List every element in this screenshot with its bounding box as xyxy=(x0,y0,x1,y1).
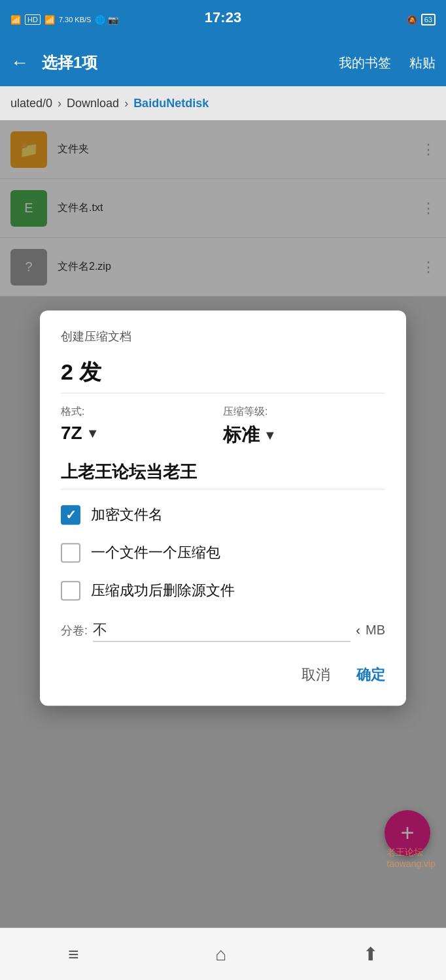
format-select[interactable]: 7Z ▼ xyxy=(61,423,223,444)
battery-icon: 63 xyxy=(421,14,436,25)
encrypt-filename-label: 加密文件名 xyxy=(91,505,163,525)
breadcrumb-download[interactable]: Download xyxy=(67,97,119,110)
delete-after-label: 压缩成功后删除源文件 xyxy=(91,581,235,600)
format-col: 格式: 7Z ▼ xyxy=(61,405,223,444)
hd-badge: HD xyxy=(25,14,41,25)
split-arrow-icon[interactable]: ‹ xyxy=(356,623,360,638)
mute-icon: 🔕 xyxy=(407,15,417,25)
speed-text: 7.30 KB/S xyxy=(59,16,92,24)
encrypt-filename-checkbox[interactable]: ✓ xyxy=(61,505,80,525)
breadcrumb-bar: ulated/0 › Download › BaiduNetdisk xyxy=(0,86,446,120)
compression-select[interactable]: 标准 ▼ xyxy=(223,423,385,448)
watermark: 老王论坛 taowang.vip xyxy=(386,847,436,869)
encrypt-filename-row[interactable]: ✓ 加密文件名 xyxy=(61,505,385,525)
compression-value: 标准 xyxy=(223,423,260,448)
wifi-icon: 📶 xyxy=(44,15,55,25)
split-row: 分卷: ‹ MB xyxy=(61,619,385,642)
one-file-per-archive-checkbox[interactable] xyxy=(61,543,80,563)
signal-icon: 📶 xyxy=(10,15,21,25)
breadcrumb-current[interactable]: BaiduNetdisk xyxy=(133,97,209,110)
delete-after-checkbox[interactable] xyxy=(61,581,80,600)
delete-after-row[interactable]: 压缩成功后删除源文件 xyxy=(61,581,385,600)
checkmark-icon: ✓ xyxy=(65,507,77,523)
compression-label: 压缩等级: xyxy=(223,405,385,419)
format-label: 格式: xyxy=(61,405,223,419)
dialog-filename[interactable]: 2 发 xyxy=(61,357,385,387)
breadcrumb-part1[interactable]: ulated/0 xyxy=(10,97,52,110)
home-icon[interactable]: ⌂ xyxy=(215,944,226,965)
status-left: 📶 HD 📶 7.30 KB/S 🌐 📷 xyxy=(10,14,118,25)
split-unit: MB xyxy=(366,623,385,638)
compression-col: 压缩等级: 标准 ▼ xyxy=(223,405,385,448)
cancel-button[interactable]: 取消 xyxy=(301,660,330,690)
page-wrapper: 📶 HD 📶 7.30 KB/S 🌐 📷 17:23 🔕 63 ← 选择1项 我… xyxy=(0,0,446,980)
split-input[interactable] xyxy=(93,619,351,642)
one-file-per-archive-label: 一个文件一个压缩包 xyxy=(91,543,220,563)
nav-title: 选择1项 xyxy=(42,52,331,73)
format-value: 7Z xyxy=(61,423,82,444)
dialog-title: 创建压缩文档 xyxy=(61,329,385,344)
status-time: 17:23 xyxy=(205,9,241,26)
one-file-per-archive-row[interactable]: 一个文件一个压缩包 xyxy=(61,543,385,563)
split-label: 分卷: xyxy=(61,623,88,638)
breadcrumb-sep1: › xyxy=(58,97,61,110)
compression-dropdown-arrow[interactable]: ▼ xyxy=(264,428,277,443)
back-button[interactable]: ← xyxy=(10,52,29,73)
share-icon[interactable]: ⬆ xyxy=(363,943,378,965)
dialog-buttons: 取消 确定 xyxy=(61,660,385,690)
content-area: 📁 文件夹 ⋮ E 文件名.txt ⋮ ? 文件名2.zip ⋮ xyxy=(0,120,446,928)
confirm-button[interactable]: 确定 xyxy=(356,660,385,690)
format-compression-row: 格式: 7Z ▼ 压缩等级: 标准 ▼ xyxy=(61,405,385,448)
password-divider xyxy=(61,489,385,489)
status-right: 🔕 63 xyxy=(407,14,436,25)
format-dropdown-arrow[interactable]: ▼ xyxy=(86,426,99,441)
password-field[interactable]: 上老王论坛当老王 xyxy=(61,461,385,483)
filename-divider xyxy=(61,393,385,393)
bookmark-button[interactable]: 我的书签 xyxy=(339,54,391,72)
status-bar: 📶 HD 📶 7.30 KB/S 🌐 📷 17:23 🔕 63 xyxy=(0,0,446,39)
breadcrumb-sep2: › xyxy=(124,97,128,110)
paste-button[interactable]: 粘贴 xyxy=(409,54,436,72)
bottom-nav: ≡ ⌂ ⬆ xyxy=(0,928,446,980)
create-archive-dialog: 创建压缩文档 2 发 格式: 7Z ▼ 压缩等级: 标准 ▼ xyxy=(40,310,406,706)
nav-bar: ← 选择1项 我的书签 粘贴 xyxy=(0,39,446,86)
menu-icon[interactable]: ≡ xyxy=(68,944,78,965)
extra-icons: 🌐 📷 xyxy=(95,15,118,25)
